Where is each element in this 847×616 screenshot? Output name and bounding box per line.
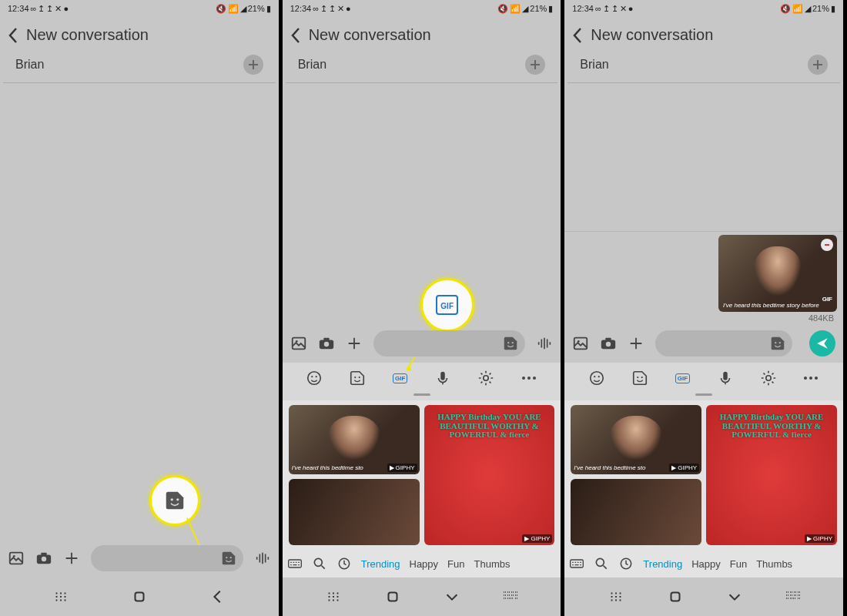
svg-point-38 bbox=[591, 372, 604, 385]
message-input[interactable] bbox=[373, 330, 526, 357]
status-bar: 12:34 ∞ ↥ ↥ ✕ ● 🔇 📶 ◢ 21% ▮ bbox=[0, 0, 279, 17]
gif-tab-active[interactable]: GIF bbox=[391, 369, 410, 387]
gif-caption: I've heard this bedtime sto bbox=[292, 464, 363, 471]
compose-bar bbox=[0, 539, 279, 578]
svg-rect-48 bbox=[571, 560, 584, 567]
plus-icon[interactable] bbox=[346, 335, 363, 352]
keyboard-drag-handle[interactable] bbox=[695, 393, 712, 396]
plus-icon[interactable] bbox=[63, 550, 80, 567]
voice-tab[interactable] bbox=[716, 369, 735, 387]
gif-results: I've heard this bedtime sto ▶GIPHY HAPPY… bbox=[564, 400, 843, 550]
plus-icon bbox=[529, 59, 541, 71]
voice-tab[interactable] bbox=[434, 369, 452, 387]
camera-icon[interactable] bbox=[600, 335, 617, 352]
status-bar: 12:34 ∞ ↥ ↥ ✕ ● 🔇 📶 ◢ 21% ▮ bbox=[283, 0, 561, 17]
gif-result-item[interactable]: I've heard this bedtime sto ▶GIPHY bbox=[289, 405, 420, 474]
category-trending[interactable]: Trending bbox=[643, 558, 682, 570]
recent-icon[interactable] bbox=[618, 556, 634, 571]
settings-tab[interactable] bbox=[477, 369, 495, 387]
keyboard-drag-handle[interactable] bbox=[413, 393, 430, 396]
svg-rect-51 bbox=[671, 593, 679, 601]
android-navbar bbox=[564, 578, 843, 616]
add-recipient-button[interactable] bbox=[525, 55, 545, 75]
back-icon[interactable] bbox=[8, 27, 18, 44]
home-icon[interactable] bbox=[667, 588, 684, 605]
category-fun[interactable]: Fun bbox=[730, 558, 747, 570]
back-icon[interactable] bbox=[572, 27, 583, 44]
message-input[interactable] bbox=[655, 330, 792, 357]
camera-icon[interactable] bbox=[318, 335, 335, 352]
message-input[interactable] bbox=[91, 545, 243, 571]
keyboard-icon[interactable] bbox=[569, 556, 584, 571]
plus-icon[interactable] bbox=[628, 335, 644, 352]
recent-apps-icon[interactable] bbox=[325, 588, 342, 605]
gif-result-item[interactable]: I've heard this bedtime sto ▶GIPHY bbox=[571, 405, 701, 474]
android-navbar bbox=[283, 578, 561, 616]
keyboard-tabs: GIF bbox=[283, 363, 561, 393]
search-icon[interactable] bbox=[312, 556, 327, 571]
recent-apps-icon[interactable] bbox=[52, 588, 69, 605]
category-thumbs[interactable]: Thumbs bbox=[474, 558, 510, 570]
category-happy[interactable]: Happy bbox=[410, 558, 439, 570]
gif-result-item[interactable]: HAPPY Birthday YOU ARE BEAUTIFUL WORTHY … bbox=[424, 405, 555, 545]
sticker-tab[interactable] bbox=[631, 369, 649, 387]
android-icon: ✕ bbox=[55, 4, 62, 14]
add-recipient-button[interactable] bbox=[243, 55, 263, 75]
gif-text: HAPPY Birthday YOU ARE BEAUTIFUL WORTHY … bbox=[432, 413, 547, 537]
back-nav-icon[interactable] bbox=[209, 588, 226, 605]
emoji-tab[interactable] bbox=[588, 369, 606, 387]
gallery-icon[interactable] bbox=[290, 335, 307, 352]
conversation-area: GIF bbox=[283, 83, 561, 324]
page-title: New conversation bbox=[309, 26, 431, 44]
recent-icon[interactable] bbox=[336, 556, 352, 571]
svg-point-28 bbox=[314, 558, 322, 566]
more-tab[interactable] bbox=[520, 369, 538, 387]
hide-keyboard-icon[interactable] bbox=[726, 588, 743, 605]
conversation-header: New conversation bbox=[283, 17, 561, 55]
svg-point-17 bbox=[308, 372, 321, 385]
settings-tab[interactable] bbox=[759, 369, 778, 387]
back-icon[interactable] bbox=[290, 27, 301, 44]
home-icon[interactable] bbox=[384, 588, 401, 605]
search-icon[interactable] bbox=[594, 556, 609, 571]
voice-record-icon[interactable] bbox=[254, 550, 271, 567]
keyboard-toggle-icon[interactable] bbox=[503, 591, 518, 602]
category-happy[interactable]: Happy bbox=[691, 558, 721, 570]
category-trending[interactable]: Trending bbox=[361, 558, 400, 570]
svg-rect-14 bbox=[323, 338, 329, 341]
svg-point-13 bbox=[323, 342, 328, 346]
more-tab[interactable] bbox=[802, 369, 820, 387]
keyboard-icon[interactable] bbox=[287, 556, 303, 571]
gallery-icon[interactable] bbox=[572, 335, 589, 352]
arrow-up-icon: ↥ bbox=[320, 4, 327, 14]
home-icon[interactable] bbox=[131, 588, 148, 605]
remove-attachment-button[interactable] bbox=[821, 239, 833, 251]
emoji-sticker-icon[interactable] bbox=[502, 335, 519, 352]
giphy-badge: ▶GIPHY bbox=[387, 464, 417, 472]
gif-result-item[interactable] bbox=[289, 479, 420, 545]
giphy-badge: ▶GIPHY bbox=[522, 534, 552, 543]
emoji-tab[interactable] bbox=[305, 369, 323, 387]
svg-point-40 bbox=[598, 376, 600, 377]
svg-point-36 bbox=[775, 342, 776, 343]
voice-record-icon[interactable] bbox=[536, 335, 553, 352]
svg-rect-22 bbox=[441, 372, 446, 380]
camera-icon[interactable] bbox=[35, 550, 52, 567]
conversation-header: New conversation bbox=[564, 17, 843, 55]
attached-gif-thumbnail[interactable]: I've heard this bedtime story before GIF bbox=[718, 235, 837, 312]
gallery-icon[interactable] bbox=[8, 550, 25, 567]
gif-result-item[interactable] bbox=[571, 479, 701, 545]
gif-tab-active[interactable]: GIF bbox=[673, 369, 691, 387]
hide-keyboard-icon[interactable] bbox=[444, 588, 460, 605]
category-fun[interactable]: Fun bbox=[447, 558, 464, 570]
sticker-tab[interactable] bbox=[348, 369, 367, 387]
category-thumbs[interactable]: Thumbs bbox=[756, 558, 792, 570]
recent-apps-icon[interactable] bbox=[608, 588, 624, 605]
emoji-sticker-icon[interactable] bbox=[220, 550, 237, 567]
emoji-sticker-icon[interactable] bbox=[769, 335, 786, 352]
keyboard-toggle-icon[interactable] bbox=[785, 591, 801, 602]
send-button[interactable] bbox=[809, 330, 835, 357]
recipient-row: Brian bbox=[567, 55, 840, 83]
gif-result-item[interactable]: HAPPY Birthday YOU ARE BEAUTIFUL WORTHY … bbox=[706, 405, 837, 545]
add-recipient-button[interactable] bbox=[808, 55, 828, 75]
